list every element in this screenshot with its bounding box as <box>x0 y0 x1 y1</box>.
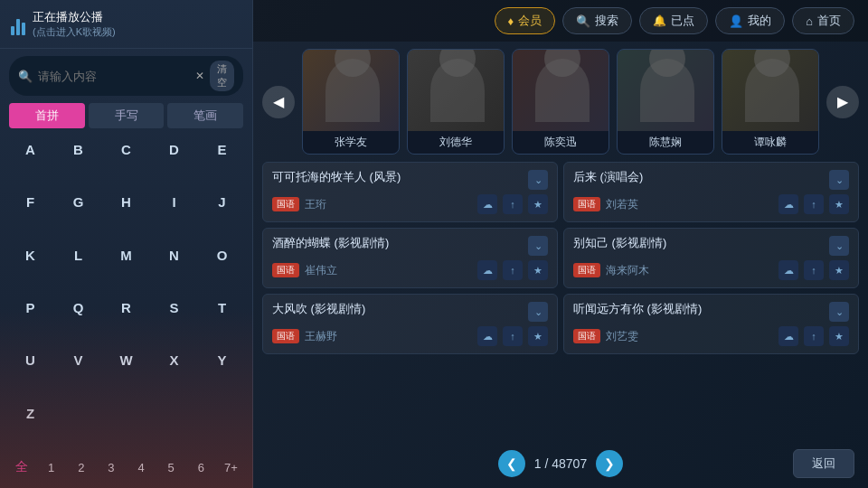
alpha-key-S[interactable]: S <box>151 294 197 344</box>
member-diamond-icon: ♦ <box>508 14 514 28</box>
artist-carousel: ◀ 张学友 刘德华 陈奕迅 陈慧娴 谭咏麟 ▶ <box>253 42 868 162</box>
star-icon-1[interactable]: ★ <box>829 194 849 214</box>
star-icon-2[interactable]: ★ <box>528 260 548 280</box>
alpha-key-Y[interactable]: Y <box>199 346 245 397</box>
song-item-0[interactable]: 可可托海的牧羊人 (风景) ⌄ 国语 王珩 ☁ ↑ ★ <box>262 162 558 222</box>
num-key-6[interactable]: 6 <box>187 455 215 480</box>
star-icon-5[interactable]: ★ <box>829 326 849 346</box>
cloud-icon-5[interactable]: ☁ <box>778 326 798 346</box>
expand-icon-2[interactable]: ⌄ <box>528 236 548 256</box>
song-header-2: 酒醉的蝴蝶 (影视剧情) ⌄ <box>272 236 548 256</box>
main-content: ♦ 会员 🔍 搜索 🔔 已点 👤 我的 ⌂ 首页 ◀ 张学友 刘德华 <box>253 0 868 488</box>
alpha-key-C[interactable]: C <box>103 136 149 186</box>
mine-label: 我的 <box>748 13 771 29</box>
return-button[interactable]: 返回 <box>793 449 854 478</box>
artist-card-1[interactable]: 刘德华 <box>407 49 505 155</box>
alphabet-grid: ABCDEFGHIJKLMNOPQRSTUVWXYZ <box>0 136 252 450</box>
artist-card-2[interactable]: 陈奕迅 <box>512 49 609 155</box>
alpha-key-W[interactable]: W <box>103 346 149 397</box>
alpha-key-N[interactable]: N <box>151 241 197 292</box>
tab-stroke[interactable]: 笔画 <box>167 103 243 128</box>
ordered-button[interactable]: 🔔 已点 <box>639 7 708 34</box>
alpha-key-U[interactable]: U <box>7 346 53 397</box>
cloud-icon-3[interactable]: ☁ <box>778 260 798 280</box>
alpha-key-H[interactable]: H <box>103 188 149 239</box>
now-playing-bar[interactable]: 正在播放公播 (点击进入K歌视频) <box>0 0 252 49</box>
alpha-key-A[interactable]: A <box>7 136 53 186</box>
alpha-key-F[interactable]: F <box>7 188 53 239</box>
expand-icon-0[interactable]: ⌄ <box>528 170 548 190</box>
song-footer-5: 国语 刘艺雯 ☁ ↑ ★ <box>573 326 849 346</box>
up-icon-0[interactable]: ↑ <box>503 194 523 214</box>
num-key-5[interactable]: 5 <box>157 455 185 480</box>
page-prev-button[interactable]: ❮ <box>498 450 525 477</box>
search-input[interactable] <box>38 70 190 83</box>
song-item-3[interactable]: 别知己 (影视剧情) ⌄ 国语 海来阿木 ☁ ↑ ★ <box>563 228 859 288</box>
up-icon-2[interactable]: ↑ <box>503 260 523 280</box>
lang-badge-3: 国语 <box>573 263 600 277</box>
star-icon-4[interactable]: ★ <box>528 326 548 346</box>
up-icon-3[interactable]: ↑ <box>804 260 824 280</box>
alpha-key-L[interactable]: L <box>55 241 101 292</box>
cloud-icon-0[interactable]: ☁ <box>477 194 497 214</box>
alpha-key-E[interactable]: E <box>199 136 245 186</box>
alpha-key-G[interactable]: G <box>55 188 101 239</box>
num-key-全[interactable]: 全 <box>7 454 35 481</box>
song-artist-0: 王珩 <box>305 197 472 212</box>
alpha-key-R[interactable]: R <box>103 294 149 344</box>
artist-card-0[interactable]: 张学友 <box>302 49 400 155</box>
song-footer-4: 国语 王赫野 ☁ ↑ ★ <box>272 326 548 346</box>
star-icon-3[interactable]: ★ <box>829 260 849 280</box>
alpha-key-J[interactable]: J <box>199 188 245 239</box>
cloud-icon-1[interactable]: ☁ <box>778 194 798 214</box>
num-key-2[interactable]: 2 <box>67 455 95 480</box>
cloud-icon-2[interactable]: ☁ <box>477 260 497 280</box>
search-bar[interactable]: 🔍 ✕ 清空 <box>9 56 243 96</box>
song-item-1[interactable]: 后来 (演唱会) ⌄ 国语 刘若英 ☁ ↑ ★ <box>563 162 859 222</box>
expand-icon-1[interactable]: ⌄ <box>829 170 849 190</box>
alpha-key-M[interactable]: M <box>103 241 149 292</box>
alpha-key-O[interactable]: O <box>199 241 245 292</box>
num-key-7+[interactable]: 7+ <box>217 455 245 480</box>
num-key-1[interactable]: 1 <box>37 455 65 480</box>
song-item-4[interactable]: 大风吹 (影视剧情) ⌄ 国语 王赫野 ☁ ↑ ★ <box>262 294 558 354</box>
alpha-key-I[interactable]: I <box>151 188 197 239</box>
mine-button[interactable]: 👤 我的 <box>715 7 785 34</box>
alpha-key-D[interactable]: D <box>151 136 197 186</box>
alpha-key-P[interactable]: P <box>7 294 53 344</box>
up-icon-5[interactable]: ↑ <box>804 326 824 346</box>
star-icon-0[interactable]: ★ <box>528 194 548 214</box>
carousel-prev-button[interactable]: ◀ <box>262 86 295 118</box>
alpha-key-B[interactable]: B <box>55 136 101 186</box>
search-button[interactable]: 🔍 搜索 <box>562 7 632 34</box>
song-item-2[interactable]: 酒醉的蝴蝶 (影视剧情) ⌄ 国语 崔伟立 ☁ ↑ ★ <box>262 228 558 288</box>
tab-pinyin[interactable]: 首拼 <box>9 103 85 128</box>
num-key-3[interactable]: 3 <box>97 455 125 480</box>
artist-name-0: 张学友 <box>303 131 399 154</box>
alpha-key-X[interactable]: X <box>151 346 197 397</box>
alpha-key-Z[interactable]: Z <box>7 399 53 450</box>
home-button[interactable]: ⌂ 首页 <box>792 7 854 34</box>
up-icon-4[interactable]: ↑ <box>503 326 523 346</box>
alpha-key-K[interactable]: K <box>7 241 53 292</box>
member-button[interactable]: ♦ 会员 <box>495 7 556 34</box>
tab-handwrite[interactable]: 手写 <box>89 103 165 128</box>
alpha-key-T[interactable]: T <box>199 294 245 344</box>
artist-card-3[interactable]: 陈慧娴 <box>617 49 714 155</box>
song-item-5[interactable]: 听闻远方有你 (影视剧情) ⌄ 国语 刘艺雯 ☁ ↑ ★ <box>563 294 859 354</box>
cloud-icon-4[interactable]: ☁ <box>477 326 497 346</box>
expand-icon-4[interactable]: ⌄ <box>528 302 548 322</box>
clear-button[interactable]: 清空 <box>210 61 234 91</box>
up-icon-1[interactable]: ↑ <box>804 194 824 214</box>
artist-card-4[interactable]: 谭咏麟 <box>722 49 819 155</box>
alpha-key-Q[interactable]: Q <box>55 294 101 344</box>
song-artist-3: 海来阿木 <box>606 263 773 278</box>
alpha-key-V[interactable]: V <box>55 346 101 397</box>
song-artist-4: 王赫野 <box>305 329 472 344</box>
expand-icon-5[interactable]: ⌄ <box>829 302 849 322</box>
now-playing-title: 正在播放公播 <box>33 9 116 25</box>
num-key-4[interactable]: 4 <box>127 455 156 480</box>
carousel-next-button[interactable]: ▶ <box>826 86 859 118</box>
page-next-button[interactable]: ❯ <box>596 450 623 477</box>
expand-icon-3[interactable]: ⌄ <box>829 236 849 256</box>
